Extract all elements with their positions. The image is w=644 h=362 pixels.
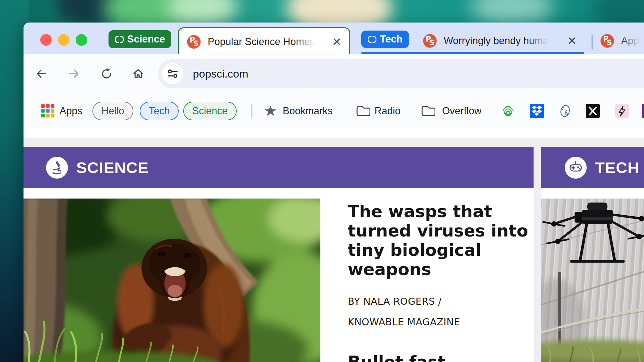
- x-icon[interactable]: [586, 104, 600, 118]
- star-icon[interactable]: [264, 105, 277, 117]
- popsci-favicon: P S: [601, 34, 614, 48]
- tab-title: Popular Science Homep: [208, 36, 315, 48]
- bookmarks-separator: [251, 104, 252, 118]
- tab-worryingly-bendy[interactable]: P S Worryingly bendy huma: [415, 27, 589, 54]
- bookmark-folder-radio[interactable]: Radio: [374, 105, 401, 117]
- dropbox-icon[interactable]: [530, 104, 544, 118]
- apps-grid-icon[interactable]: [41, 104, 55, 118]
- tab-group-chip-tech[interactable]: Tech: [361, 31, 409, 48]
- lightning-icon[interactable]: [615, 104, 629, 118]
- tech-column: TECH: [541, 147, 644, 362]
- article-headline-line[interactable]: turned viruses into: [348, 221, 535, 240]
- orangutan-article-image[interactable]: [24, 199, 320, 362]
- tab-strip: Science P S Popular Science Homep × Tech: [24, 23, 644, 54]
- game-controller-icon: [565, 157, 587, 179]
- close-window-button[interactable]: [40, 34, 52, 46]
- microscope-icon: [46, 157, 68, 179]
- tech-section-label: TECH: [595, 159, 639, 177]
- sketch-circle-icon[interactable]: [558, 104, 572, 118]
- tech-section-header: TECH: [541, 147, 644, 188]
- science-lead-article: The wasps that turned viruses into tiny …: [348, 202, 535, 362]
- apps-label[interactable]: Apps: [60, 105, 82, 117]
- screen: Science P S Popular Science Homep × Tech: [0, 0, 644, 362]
- tab-group-label: Science: [127, 33, 165, 45]
- bookmark-bookmarks[interactable]: Bookmarks: [283, 105, 333, 117]
- close-tab-icon[interactable]: ×: [568, 35, 576, 47]
- tab-group-icon: [115, 35, 124, 44]
- forward-icon[interactable]: [67, 67, 80, 80]
- back-icon[interactable]: [35, 67, 48, 80]
- folder-icon[interactable]: [356, 105, 370, 117]
- popsci-favicon: P S: [187, 35, 201, 49]
- feedly-icon[interactable]: [501, 104, 515, 118]
- url-text[interactable]: popsci.com: [193, 68, 248, 80]
- science-column: SCIENCE: [24, 147, 534, 362]
- science-section-label: SCIENCE: [76, 159, 149, 177]
- site-info-button[interactable]: [162, 63, 183, 84]
- page-top-strip: [24, 129, 644, 138]
- wallpaper-blob: [470, 0, 554, 26]
- browser-window: Science P S Popular Science Homep × Tech: [24, 23, 644, 362]
- reload-icon[interactable]: [100, 67, 113, 80]
- saved-group-hello[interactable]: Hello: [92, 102, 133, 120]
- tab-title: Appl: [621, 35, 641, 47]
- page-grey-strip: [24, 138, 644, 147]
- tab-group-icon: [368, 35, 376, 44]
- article-headline-line[interactable]: weapons: [348, 260, 535, 279]
- folder-icon[interactable]: [421, 105, 435, 117]
- address-bar[interactable]: popsci.com: [158, 59, 644, 88]
- article-headline-line[interactable]: tiny biological: [348, 240, 535, 260]
- popsci-favicon: P S: [423, 34, 437, 48]
- bookmarks-bar: Apps Hello Tech Science Bookmarks Radio: [24, 93, 644, 129]
- purple-sliver-icon[interactable]: [642, 104, 644, 118]
- tune-icon: [166, 68, 179, 80]
- home-icon[interactable]: [132, 67, 145, 80]
- next-article-headline[interactable]: Bullet fast ...: [348, 352, 535, 362]
- tab-group-label: Tech: [380, 33, 402, 45]
- column-gutter: [534, 147, 541, 362]
- bookmark-folder-overflow[interactable]: Overflow: [442, 105, 481, 117]
- drone-article-image[interactable]: [541, 199, 644, 362]
- tab-popular-science[interactable]: P S Popular Science Homep ×: [178, 27, 350, 55]
- minimize-window-button[interactable]: [58, 34, 70, 46]
- saved-group-science[interactable]: Science: [183, 102, 237, 120]
- article-headline-line[interactable]: The wasps that: [348, 202, 535, 221]
- tab-group-chip-science[interactable]: Science: [109, 30, 171, 48]
- article-byline: BY NALA ROGERS / KNOWABLE MAGAZINE: [348, 291, 535, 332]
- navigation-toolbar: popsci.com: [24, 54, 644, 93]
- saved-group-tech[interactable]: Tech: [140, 102, 179, 120]
- tech-group-underline: [361, 52, 584, 54]
- tab-title: Worryingly bendy huma: [444, 35, 548, 47]
- tab-separator: [592, 35, 593, 50]
- science-section-header: SCIENCE: [24, 147, 534, 188]
- tab-appl[interactable]: P S Appl: [601, 27, 641, 54]
- zoom-window-button[interactable]: [76, 34, 87, 46]
- web-page: SCIENCE: [24, 129, 644, 362]
- close-tab-icon[interactable]: ×: [332, 36, 341, 48]
